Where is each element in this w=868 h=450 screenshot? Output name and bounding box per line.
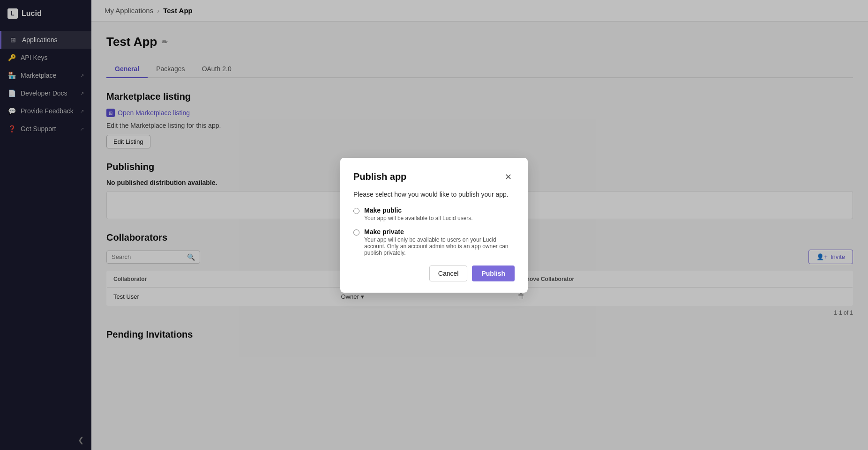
modal-description: Please select how you would like to publ… xyxy=(353,191,515,198)
modal-title: Publish app xyxy=(353,171,406,182)
make-public-label: Make public xyxy=(364,207,473,214)
cancel-button[interactable]: Cancel xyxy=(429,266,468,281)
make-private-radio[interactable] xyxy=(353,229,359,236)
radio-make-private: Make private Your app will only be avail… xyxy=(353,228,515,256)
publish-button[interactable]: Publish xyxy=(472,266,515,281)
modal-footer: Cancel Publish xyxy=(353,266,515,281)
modal-overlay[interactable]: Publish app ✕ Please select how you woul… xyxy=(0,0,868,450)
make-private-label: Make private xyxy=(364,228,515,236)
make-private-sublabel: Your app will only be available to users… xyxy=(364,236,515,256)
radio-make-public: Make public Your app will be available t… xyxy=(353,207,515,221)
modal-header: Publish app ✕ xyxy=(353,171,515,183)
modal-close-button[interactable]: ✕ xyxy=(502,171,515,183)
radio-options: Make public Your app will be available t… xyxy=(353,207,515,256)
make-public-radio[interactable] xyxy=(353,208,359,214)
make-public-sublabel: Your app will be available to all Lucid … xyxy=(364,215,473,221)
publish-app-modal: Publish app ✕ Please select how you woul… xyxy=(340,158,528,293)
